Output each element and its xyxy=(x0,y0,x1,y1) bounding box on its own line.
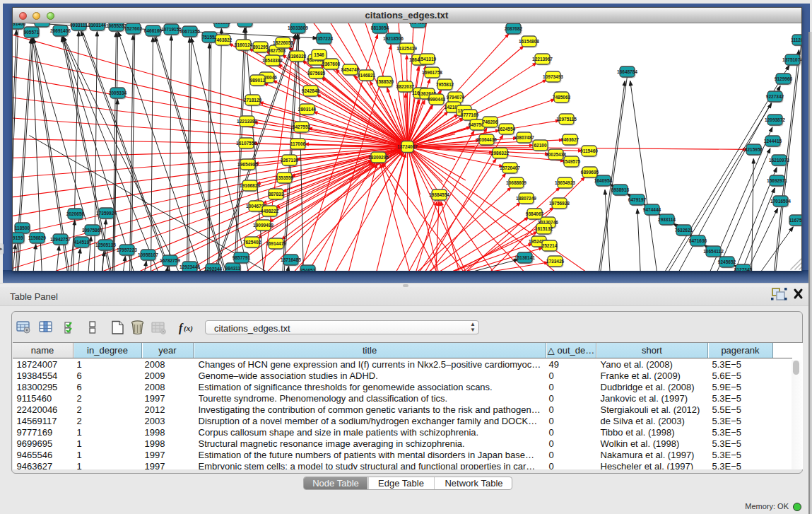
svg-text:16648784: 16648784 xyxy=(617,69,637,74)
svg-text:19756928: 19756928 xyxy=(549,201,570,206)
svg-text:1156829: 1156829 xyxy=(28,235,46,240)
svg-text:2803144: 2803144 xyxy=(298,107,316,112)
svg-text:2087682: 2087682 xyxy=(504,26,522,31)
svg-text:9242848: 9242848 xyxy=(301,88,319,93)
svg-text:1640954: 1640954 xyxy=(594,178,612,183)
svg-text:1549575: 1549575 xyxy=(562,159,580,164)
svg-text:15692971: 15692971 xyxy=(767,178,787,183)
svg-text:912842: 912842 xyxy=(34,23,49,24)
svg-text:887833: 887833 xyxy=(268,192,283,197)
svg-text:12975115: 12975115 xyxy=(556,117,577,122)
svg-text:19654985: 19654985 xyxy=(237,162,258,167)
svg-text:15136141: 15136141 xyxy=(514,255,535,260)
svg-text:8091406: 8091406 xyxy=(13,23,26,26)
svg-text:1588520: 1588520 xyxy=(375,79,394,84)
svg-text:12093872: 12093872 xyxy=(765,117,785,122)
svg-text:9794074: 9794074 xyxy=(446,95,464,100)
svg-text:16107556: 16107556 xyxy=(236,141,257,146)
svg-text:252214: 252214 xyxy=(541,243,557,248)
svg-text:1353559: 1353559 xyxy=(275,175,293,180)
svg-text:1615132: 1615132 xyxy=(534,226,553,231)
svg-text:17359924: 17359924 xyxy=(96,211,117,216)
svg-text:9227342: 9227342 xyxy=(765,94,784,99)
svg-text:2933114: 2933114 xyxy=(658,217,676,222)
svg-text:6899695: 6899695 xyxy=(580,170,599,175)
svg-text:9777169: 9777169 xyxy=(460,112,478,117)
svg-text:30975867: 30975867 xyxy=(82,228,102,233)
svg-text:16914479: 16914479 xyxy=(266,241,286,246)
svg-text:2718129: 2718129 xyxy=(243,98,261,103)
svg-text:9384067: 9384067 xyxy=(525,211,543,216)
svg-text:19384554: 19384554 xyxy=(429,192,449,197)
svg-text:8160124: 8160124 xyxy=(234,42,252,47)
svg-text:10958107: 10958107 xyxy=(138,252,158,257)
svg-text:9857791: 9857791 xyxy=(232,255,250,260)
svg-text:18226058: 18226058 xyxy=(273,40,293,45)
svg-text:3875685: 3875685 xyxy=(307,71,325,76)
svg-text:(x): (x) xyxy=(184,324,193,333)
svg-text:9146821: 9146821 xyxy=(357,73,375,78)
svg-text:8215956: 8215956 xyxy=(744,147,763,152)
svg-text:1244415: 1244415 xyxy=(763,139,782,144)
svg-text:17957223: 17957223 xyxy=(117,247,137,252)
svg-text:10654112: 10654112 xyxy=(703,249,724,254)
svg-text:2367608: 2367608 xyxy=(322,62,340,66)
svg-text:7955812: 7955812 xyxy=(435,82,454,87)
svg-text:6466160: 6466160 xyxy=(143,28,162,33)
svg-text:8471636: 8471636 xyxy=(688,238,707,243)
svg-text:118500: 118500 xyxy=(14,226,30,230)
svg-text:8103144: 8103144 xyxy=(88,23,106,28)
svg-text:18300295: 18300295 xyxy=(368,155,389,160)
svg-text:12505135: 12505135 xyxy=(95,243,116,247)
svg-text:19166829: 19166829 xyxy=(240,183,260,188)
svg-text:39159: 39159 xyxy=(13,235,23,240)
svg-text:f: f xyxy=(179,322,184,334)
svg-text:6479197: 6479197 xyxy=(628,197,646,202)
svg-text:2005334: 2005334 xyxy=(108,90,126,95)
svg-text:10025438: 10025438 xyxy=(546,152,566,157)
svg-text:1292344: 1292344 xyxy=(204,267,222,271)
svg-text:16782759: 16782759 xyxy=(160,258,180,263)
svg-text:10807487: 10807487 xyxy=(514,135,534,140)
svg-text:16154808: 16154808 xyxy=(519,39,539,44)
svg-text:4498222: 4498222 xyxy=(260,209,278,214)
svg-text:10688609: 10688609 xyxy=(506,180,526,185)
svg-text:12213967: 12213967 xyxy=(532,57,553,62)
svg-text:8938913: 8938913 xyxy=(611,187,629,192)
svg-text:1112843: 1112843 xyxy=(791,37,801,42)
svg-text:12923446: 12923446 xyxy=(180,264,200,269)
svg-text:16210973: 16210973 xyxy=(769,158,789,163)
svg-text:891295: 891295 xyxy=(252,45,268,49)
svg-text:116753: 116753 xyxy=(789,218,801,223)
svg-text:117006: 117006 xyxy=(290,141,305,146)
svg-text:9115460: 9115460 xyxy=(580,148,598,153)
svg-text:746206: 746206 xyxy=(482,119,498,124)
svg-text:16033809: 16033809 xyxy=(288,25,308,30)
svg-text:989012: 989012 xyxy=(249,78,265,83)
svg-text:9129966: 9129966 xyxy=(774,76,792,81)
svg-text:2986322: 2986322 xyxy=(490,151,509,156)
svg-text:13716485: 13716485 xyxy=(281,257,301,262)
svg-text:12942757: 12942757 xyxy=(50,237,71,242)
svg-text:15720407: 15720407 xyxy=(500,165,520,170)
svg-text:254651: 254651 xyxy=(300,268,315,271)
svg-text:62100: 62100 xyxy=(534,143,546,148)
svg-text:7663822: 7663822 xyxy=(212,23,230,25)
svg-text:1541319: 1541319 xyxy=(418,57,436,62)
svg-text:20691406: 20691406 xyxy=(50,28,71,33)
svg-text:984311: 984311 xyxy=(225,266,240,271)
svg-text:1733426: 1733426 xyxy=(546,259,564,264)
svg-text:414519: 414519 xyxy=(73,240,89,245)
svg-text:13751074: 13751074 xyxy=(782,57,801,62)
svg-text:19218506: 19218506 xyxy=(383,36,404,41)
svg-text:9990443: 9990443 xyxy=(427,97,445,102)
svg-text:13654923: 13654923 xyxy=(555,180,575,185)
svg-text:20364436: 20364436 xyxy=(476,137,497,142)
svg-text:8127345: 8127345 xyxy=(734,267,752,271)
svg-text:10719155: 10719155 xyxy=(161,27,182,32)
svg-text:7357224: 7357224 xyxy=(314,36,333,41)
svg-text:8186328: 8186328 xyxy=(288,54,306,59)
svg-text:8454749: 8454749 xyxy=(341,67,359,72)
svg-text:8841577: 8841577 xyxy=(235,23,254,24)
svg-text:16543382: 16543382 xyxy=(262,58,283,63)
